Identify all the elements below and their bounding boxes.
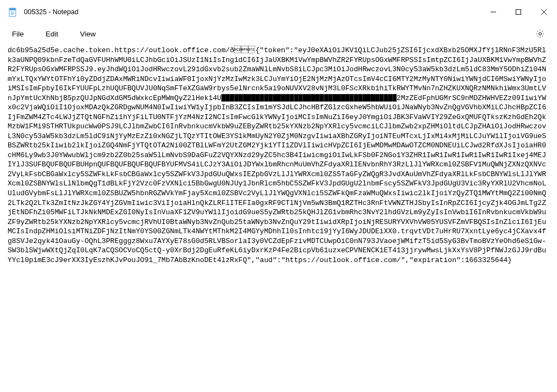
menu-file[interactable]: File bbox=[7, 27, 29, 41]
minimize-button[interactable] bbox=[481, 0, 506, 24]
svg-point-9 bbox=[539, 33, 542, 35]
notepad-app-icon bbox=[8, 7, 17, 17]
menubar: File Edit View bbox=[0, 24, 557, 43]
window-titlebar: 005325 - Notepad bbox=[0, 0, 557, 24]
window-controls bbox=[481, 0, 557, 24]
svg-rect-6 bbox=[516, 10, 521, 15]
close-button[interactable] bbox=[531, 0, 557, 24]
settings-button[interactable] bbox=[531, 24, 549, 43]
menu-view[interactable]: View bbox=[75, 27, 101, 41]
window-title: 005325 - Notepad bbox=[24, 8, 78, 16]
svg-rect-1 bbox=[9, 8, 16, 10]
text-area[interactable]: dc6b95a25d5e.cache.token.https://outlook… bbox=[0, 43, 557, 392]
maximize-button[interactable] bbox=[506, 0, 531, 24]
menu-edit[interactable]: Edit bbox=[40, 27, 64, 41]
